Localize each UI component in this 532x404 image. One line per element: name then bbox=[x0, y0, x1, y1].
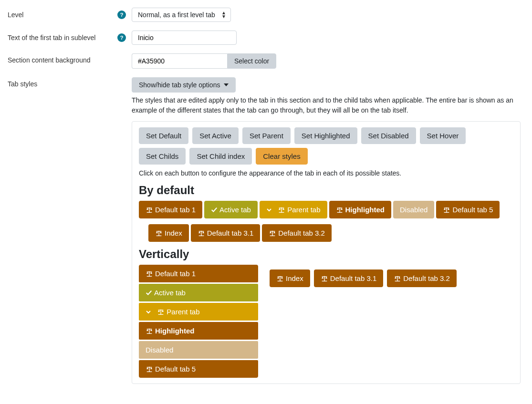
tab-label: Index bbox=[286, 274, 303, 282]
style-state-button[interactable]: Set Childs bbox=[139, 148, 186, 165]
tab-label: Highlighted bbox=[155, 327, 195, 335]
preview-tab[interactable]: Default tab 5 bbox=[436, 201, 500, 218]
style-state-button[interactable]: Set Disabled bbox=[361, 127, 416, 144]
tab-label: Default tab 3.1 bbox=[330, 274, 377, 282]
scale-icon bbox=[336, 207, 344, 213]
preview-tab[interactable]: Active tab bbox=[139, 284, 258, 301]
caret-down-icon bbox=[224, 83, 229, 86]
style-note: Click on each button to configure the ap… bbox=[139, 169, 513, 177]
clear-styles-button[interactable]: Clear styles bbox=[256, 148, 307, 165]
preview-tab[interactable]: Default tab 1 bbox=[139, 201, 202, 218]
check-icon bbox=[146, 290, 152, 296]
preview-tab[interactable]: Parent tab bbox=[260, 201, 327, 218]
section-bg-input[interactable] bbox=[132, 53, 227, 69]
tab-label: Parent tab bbox=[287, 206, 320, 214]
tab-label: Default tab 3.1 bbox=[207, 229, 254, 237]
style-state-button[interactable]: Set Hover bbox=[420, 127, 466, 144]
scale-icon bbox=[155, 230, 163, 237]
help-icon[interactable]: ? bbox=[117, 10, 126, 19]
scale-icon bbox=[321, 275, 328, 282]
tab-label: Default tab 1 bbox=[155, 206, 196, 214]
preview-tab: Disabled bbox=[139, 341, 258, 359]
preview-tab[interactable]: Default tab 3.2 bbox=[262, 224, 332, 242]
toggle-label: Show/hide tab style options bbox=[139, 81, 220, 89]
scale-icon bbox=[276, 275, 284, 282]
scale-icon bbox=[146, 270, 153, 277]
scale-icon bbox=[146, 207, 153, 213]
by-default-heading: By default bbox=[139, 184, 513, 197]
tab-label: Active tab bbox=[154, 289, 186, 297]
preview-tab: Disabled bbox=[393, 201, 434, 218]
preview-tab[interactable]: Default tab 3.2 bbox=[387, 269, 457, 287]
first-tab-text-label: Text of the first tab in sublevel bbox=[8, 34, 95, 41]
style-state-button[interactable]: Set Highlighted bbox=[294, 127, 357, 144]
tab-label: Active tab bbox=[219, 206, 251, 214]
level-select[interactable]: Normal, as a first level tab ▲▼ bbox=[132, 8, 231, 22]
style-state-button[interactable]: Set Child index bbox=[189, 148, 252, 165]
level-label: Level bbox=[8, 11, 23, 19]
tab-styles-help: The styles that are edited apply only to… bbox=[132, 95, 521, 115]
tab-label: Default tab 5 bbox=[452, 206, 493, 214]
preview-tab[interactable]: Default tab 3.1 bbox=[191, 224, 261, 242]
select-color-button[interactable]: Select color bbox=[227, 53, 276, 69]
vertically-heading: Vertically bbox=[139, 248, 513, 261]
chevron-down-icon bbox=[266, 207, 272, 213]
scale-icon bbox=[146, 328, 153, 334]
preview-tab[interactable]: Highlighted bbox=[139, 322, 258, 340]
check-icon bbox=[211, 207, 218, 213]
tab-label: Default tab 3.2 bbox=[403, 274, 450, 282]
scale-icon bbox=[394, 275, 401, 282]
preview-tab[interactable]: Active tab bbox=[204, 201, 258, 218]
help-icon[interactable]: ? bbox=[117, 33, 126, 42]
tab-label: Default tab 3.2 bbox=[278, 229, 325, 237]
tab-label: Disabled bbox=[400, 206, 428, 214]
style-state-button[interactable]: Set Default bbox=[139, 127, 188, 144]
tab-label: Disabled bbox=[146, 346, 173, 354]
level-value: Normal, as a first level tab bbox=[138, 11, 215, 19]
scale-icon bbox=[146, 366, 153, 373]
preview-tab[interactable]: Parent tab bbox=[139, 303, 258, 321]
first-tab-text-input[interactable] bbox=[132, 31, 237, 45]
preview-tab[interactable]: Default tab 3.1 bbox=[314, 269, 384, 287]
scale-icon bbox=[198, 230, 205, 237]
scale-icon bbox=[278, 207, 285, 213]
scale-icon bbox=[269, 230, 276, 237]
scale-icon bbox=[157, 309, 165, 315]
scale-icon bbox=[443, 207, 450, 213]
toggle-tab-styles-button[interactable]: Show/hide tab style options bbox=[132, 77, 236, 93]
preview-tab[interactable]: Highlighted bbox=[329, 201, 392, 218]
preview-tab[interactable]: Index bbox=[148, 224, 189, 242]
tab-label: Highlighted bbox=[345, 206, 385, 214]
style-state-button[interactable]: Set Parent bbox=[242, 127, 291, 144]
section-bg-label: Section content background bbox=[8, 56, 91, 64]
tab-label: Default tab 1 bbox=[155, 269, 196, 278]
tab-label: Index bbox=[165, 229, 182, 237]
preview-tab[interactable]: Default tab 5 bbox=[139, 360, 258, 378]
chevron-down-icon bbox=[146, 309, 151, 315]
tab-styles-label: Tab styles bbox=[8, 80, 37, 88]
style-state-button[interactable]: Set Active bbox=[192, 127, 239, 144]
preview-tab[interactable]: Default tab 1 bbox=[139, 265, 258, 282]
tab-label: Default tab 5 bbox=[155, 365, 196, 373]
preview-tab[interactable]: Index bbox=[270, 269, 310, 287]
tab-styles-panel: Set DefaultSet ActiveSet ParentSet Highl… bbox=[132, 121, 521, 384]
tab-label: Parent tab bbox=[167, 308, 199, 316]
